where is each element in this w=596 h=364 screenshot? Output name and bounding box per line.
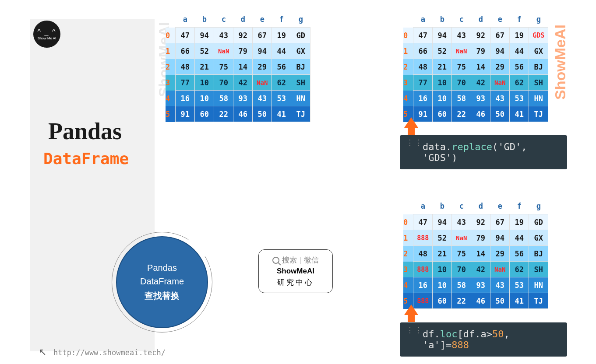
- cell: 48: [413, 59, 433, 75]
- cell: 888: [413, 262, 433, 277]
- cell: NaN: [253, 75, 272, 91]
- cell: 22: [452, 293, 471, 309]
- col-header: a: [176, 13, 195, 28]
- cell: 92: [471, 28, 490, 43]
- cell: 44: [510, 43, 529, 59]
- col-header: c: [452, 13, 471, 28]
- cell: 93: [471, 277, 490, 293]
- code1-arg1: 'GD': [498, 141, 521, 152]
- cell: 29: [253, 59, 272, 75]
- cell: 42: [233, 75, 253, 91]
- col-header: a: [413, 13, 433, 28]
- col-header: b: [195, 13, 214, 28]
- cell: 93: [233, 91, 253, 106]
- cell: 46: [471, 106, 490, 122]
- cell: NaN: [452, 43, 471, 59]
- cell: 77: [176, 75, 195, 91]
- cell: 888: [413, 230, 433, 246]
- search-center: 研究中心: [277, 277, 314, 287]
- cell: 29: [490, 59, 510, 75]
- code1-method: replace: [451, 141, 492, 152]
- circle-line3: 查找替换: [145, 290, 180, 302]
- arrow-up-icon: [404, 117, 418, 128]
- row-index: 4: [403, 277, 413, 293]
- cell: 67: [490, 214, 510, 230]
- col-header: f: [510, 13, 529, 28]
- cell: 60: [433, 106, 452, 122]
- cell: 10: [433, 277, 452, 293]
- cell: 70: [452, 262, 471, 277]
- cell: 47: [176, 28, 195, 43]
- col-header: g: [291, 13, 310, 28]
- col-header: c: [452, 200, 471, 214]
- row-index: 0: [403, 214, 413, 230]
- cell: 47: [413, 28, 433, 43]
- col-header: g: [529, 200, 548, 214]
- cell: 10: [433, 75, 452, 91]
- col-header: a: [413, 200, 433, 214]
- cell: 41: [510, 293, 529, 309]
- cell: GX: [529, 43, 548, 59]
- cell: 56: [510, 246, 529, 262]
- cell: 66: [413, 43, 433, 59]
- cell: 43: [214, 28, 233, 43]
- cell: 62: [510, 75, 529, 91]
- cell: 22: [452, 106, 471, 122]
- cell: 75: [452, 59, 471, 75]
- cell: GD: [529, 214, 548, 230]
- cell: GDS: [529, 28, 548, 43]
- cell: 94: [195, 28, 214, 43]
- row-index: 1: [403, 230, 413, 246]
- search-card: 搜索 | 微信 ShowMeAI 研究中心: [258, 249, 333, 293]
- logo-text: Show Me AI: [38, 36, 56, 40]
- row-index: 0: [403, 28, 413, 43]
- circle-badge: Pandas DataFrame 查找替换: [116, 236, 208, 328]
- cell: 52: [433, 43, 452, 59]
- cell: 70: [452, 75, 471, 91]
- cell: 75: [214, 59, 233, 75]
- row-index: 5: [166, 106, 176, 122]
- cell: 10: [195, 91, 214, 106]
- cell: 47: [413, 214, 433, 230]
- cell: 77: [413, 75, 433, 91]
- cell: 75: [452, 246, 471, 262]
- cell: 44: [510, 230, 529, 246]
- col-header: d: [233, 13, 253, 28]
- cell: 16: [413, 277, 433, 293]
- cell: 52: [195, 43, 214, 59]
- cell: 41: [510, 106, 529, 122]
- cell: 41: [272, 106, 291, 122]
- title-pandas: Pandas: [48, 118, 122, 145]
- row-index: 3: [403, 75, 413, 91]
- cell: HN: [529, 91, 548, 106]
- logo-face: ^ _ ^: [38, 28, 56, 35]
- showmeai-logo: ^ _ ^ Show Me AI: [33, 21, 60, 48]
- cell: 53: [510, 277, 529, 293]
- row-index: 1: [403, 43, 413, 59]
- row-index: 0: [166, 28, 176, 43]
- col-header: e: [490, 13, 510, 28]
- cell: 19: [510, 214, 529, 230]
- cell: 10: [195, 75, 214, 91]
- cell: 67: [490, 28, 510, 43]
- cell: 16: [413, 91, 433, 106]
- cell: 93: [471, 91, 490, 106]
- cell: 70: [214, 75, 233, 91]
- cell: GD: [291, 28, 310, 43]
- watermark-orange: ShowMeAI: [552, 24, 569, 100]
- cell: NaN: [452, 230, 471, 246]
- code-dots-icon: ⋮⋮: [406, 138, 423, 147]
- row-index: 4: [403, 91, 413, 106]
- row-index: 3: [403, 262, 413, 277]
- cell: BJ: [529, 59, 548, 75]
- cell: 21: [433, 59, 452, 75]
- cell: 60: [433, 293, 452, 309]
- cell: 53: [272, 91, 291, 106]
- cell: SH: [529, 262, 548, 277]
- cell: GX: [291, 43, 310, 59]
- search-icon: [272, 257, 279, 264]
- cell: 60: [195, 106, 214, 122]
- col-header: f: [510, 200, 529, 214]
- row-index: 3: [166, 75, 176, 91]
- cell: 50: [490, 106, 510, 122]
